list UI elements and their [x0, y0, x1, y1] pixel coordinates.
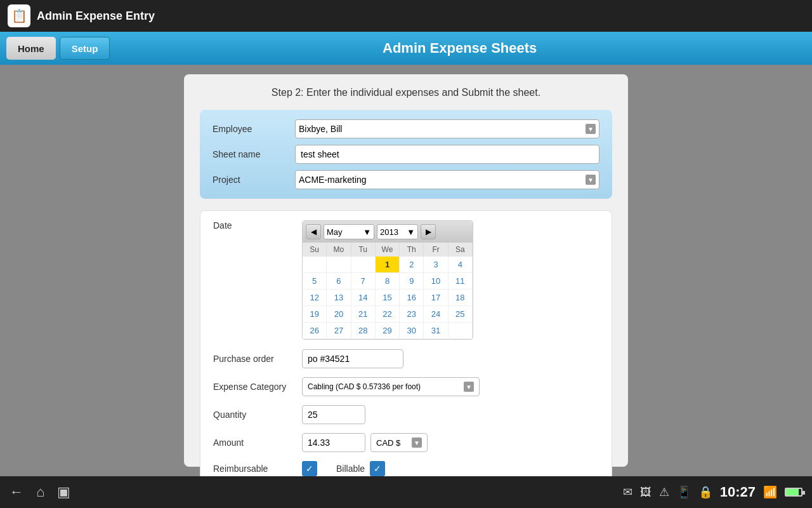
cal-day-10[interactable]: 10 [424, 273, 448, 290]
cal-day-25[interactable]: 25 [449, 306, 473, 323]
app-icon: 📋 [8, 4, 30, 27]
quantity-input[interactable] [302, 405, 365, 424]
lock-icon: 🔒 [698, 485, 712, 499]
cal-day-29[interactable]: 29 [376, 323, 400, 339]
home-button[interactable]: Home [6, 37, 56, 60]
date-row: Date ◀ May ▼ 2013 ▼ ▶ [213, 220, 599, 340]
cal-prev-button[interactable]: ◀ [306, 224, 321, 239]
reimbursable-billable-row: Reimbursable ✓ Billable ✓ [213, 461, 599, 476]
quantity-row: Quantity [213, 405, 599, 424]
day-header-mo: Mo [327, 243, 351, 257]
cal-day-22[interactable]: 22 [376, 306, 400, 323]
home-icon[interactable]: ⌂ [36, 484, 44, 500]
cal-day-20[interactable]: 20 [327, 306, 351, 323]
cal-day-empty [351, 257, 376, 273]
project-dropdown-arrow: ▼ [586, 175, 596, 185]
reimbursable-checkbox[interactable]: ✓ [302, 461, 317, 476]
cal-day-9[interactable]: 9 [400, 273, 424, 290]
topbar: 📋 Admin Expense Entry [0, 0, 812, 32]
amount-row: Amount CAD $ ▼ [213, 433, 599, 452]
cal-day-3[interactable]: 3 [424, 257, 448, 273]
cal-day-31[interactable]: 31 [424, 323, 448, 339]
cal-day-27[interactable]: 27 [327, 323, 351, 339]
day-header-we: We [376, 243, 400, 257]
warning-icon: ⚠ [659, 485, 669, 499]
cal-day-15[interactable]: 15 [376, 290, 400, 306]
expense-category-label: Expense Category [213, 382, 302, 392]
amount-input[interactable] [302, 433, 365, 452]
amount-label: Amount [213, 438, 302, 448]
sheet-name-row: Sheet name [213, 145, 599, 164]
employee-select[interactable]: Bixbye, Bill ▼ [295, 119, 599, 138]
content-area: Step 2: Enter the individual expenses an… [0, 65, 812, 476]
statusbar: ← ⌂ ▣ ✉ 🖼 ⚠ 📱 🔒 10:27 📶 [0, 476, 812, 508]
wifi-icon: 📶 [763, 485, 777, 499]
calendar-days-header: Su Mo Tu We Th Fr Sa [303, 243, 473, 257]
cal-day-21[interactable]: 21 [351, 306, 376, 323]
recents-icon[interactable]: ▣ [57, 484, 70, 500]
year-select[interactable]: 2013 ▼ [377, 224, 418, 239]
cal-day-23[interactable]: 23 [400, 306, 424, 323]
currency-select[interactable]: CAD $ ▼ [370, 433, 428, 452]
sheet-name-input[interactable] [295, 145, 599, 164]
sheet-name-label: Sheet name [213, 149, 295, 159]
cal-day-30[interactable]: 30 [400, 323, 424, 339]
purchase-order-row: Purchase order [213, 349, 599, 368]
clock: 10:27 [720, 484, 756, 500]
form-container: Step 2: Enter the individual expenses an… [184, 74, 628, 467]
day-header-sa: Sa [449, 243, 473, 257]
employee-dropdown-arrow: ▼ [586, 124, 596, 134]
phone-icon: 📱 [677, 485, 691, 499]
reimbursable-label: Reimbursable [213, 464, 302, 474]
employee-label: Employee [213, 124, 295, 134]
currency-arrow: ▼ [412, 438, 422, 448]
billable-checkbox[interactable]: ✓ [370, 461, 385, 476]
expense-category-select[interactable]: Cabling (CAD $ 0.57336 per foot) ▼ [302, 377, 480, 396]
quantity-label: Quantity [213, 410, 302, 420]
cal-day-1[interactable]: 1 [376, 257, 400, 273]
expense-category-arrow: ▼ [464, 382, 474, 392]
cal-day-empty [303, 257, 327, 273]
project-row: Project ACME-marketing ▼ [213, 170, 599, 189]
email-icon: ✉ [623, 485, 632, 499]
cal-day-6[interactable]: 6 [327, 273, 351, 290]
purchase-order-label: Purchase order [213, 354, 302, 364]
cal-day-18[interactable]: 18 [449, 290, 473, 306]
date-label: Date [213, 220, 302, 231]
calendar-days: 1 2 3 4 5 6 7 8 9 10 11 12 13 [303, 257, 473, 339]
calendar-header: ◀ May ▼ 2013 ▼ ▶ [303, 221, 473, 243]
navbar-title: Admin Expense Sheets [114, 40, 806, 57]
back-icon[interactable]: ← [10, 484, 23, 500]
cal-day-12[interactable]: 12 [303, 290, 327, 306]
cal-day-14[interactable]: 14 [351, 290, 376, 306]
day-header-fr: Fr [424, 243, 448, 257]
cal-day-4[interactable]: 4 [449, 257, 473, 273]
cal-day-17[interactable]: 17 [424, 290, 448, 306]
image-icon: 🖼 [640, 486, 652, 499]
navbar: Home Setup Admin Expense Sheets [0, 32, 812, 65]
cal-next-button[interactable]: ▶ [421, 224, 436, 239]
cal-day-5[interactable]: 5 [303, 273, 327, 290]
cal-day-16[interactable]: 16 [400, 290, 424, 306]
cal-day-13[interactable]: 13 [327, 290, 351, 306]
cal-day-26[interactable]: 26 [303, 323, 327, 339]
month-select[interactable]: May ▼ [324, 224, 374, 239]
blue-section: Employee Bixbye, Bill ▼ Sheet name Proje… [200, 110, 612, 199]
cal-day-24[interactable]: 24 [424, 306, 448, 323]
expense-category-row: Expense Category Cabling (CAD $ 0.57336 … [213, 377, 599, 396]
day-header-su: Su [303, 243, 327, 257]
cal-day-2[interactable]: 2 [400, 257, 424, 273]
cal-day-8[interactable]: 8 [376, 273, 400, 290]
cal-day-19[interactable]: 19 [303, 306, 327, 323]
cal-day-11[interactable]: 11 [449, 273, 473, 290]
billable-label: Billable [336, 464, 365, 474]
purchase-order-input[interactable] [302, 349, 403, 368]
cal-day-28[interactable]: 28 [351, 323, 376, 339]
cal-day-7[interactable]: 7 [351, 273, 376, 290]
step-title: Step 2: Enter the individual expenses an… [200, 87, 612, 98]
nav-icons: ← ⌂ ▣ [10, 484, 70, 500]
app-title: Admin Expense Entry [37, 10, 155, 23]
setup-button[interactable]: Setup [60, 37, 110, 60]
project-label: Project [213, 175, 295, 185]
project-select[interactable]: ACME-marketing ▼ [295, 170, 599, 189]
